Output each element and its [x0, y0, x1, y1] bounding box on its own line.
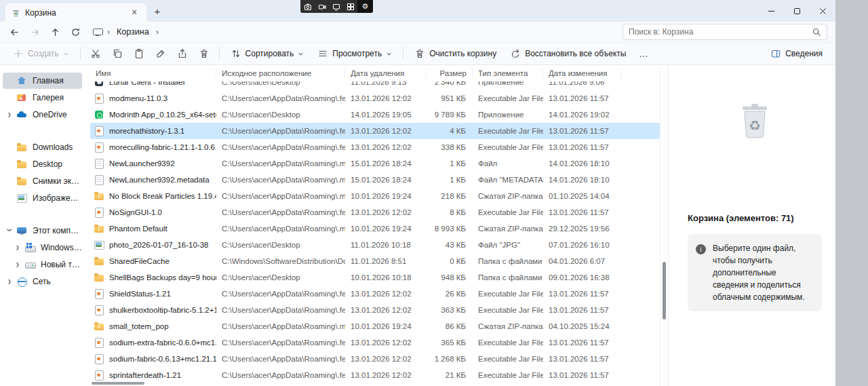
empty-bin-button[interactable]: Очистить корзину	[408, 44, 502, 63]
sidebar-item[interactable]: Главная	[3, 73, 82, 89]
file-date-deleted: 13.01.2026 12:02	[345, 208, 427, 216]
table-row[interactable]: small_totem_pop C:\Users\acer\AppData\Ro…	[90, 318, 660, 334]
file-icon	[94, 158, 104, 169]
minimize-button[interactable]	[758, 0, 784, 22]
info-text: Выберите один файл, чтобы получить допол…	[713, 242, 814, 303]
close-button[interactable]	[810, 0, 835, 22]
table-row[interactable]: photo_2026-01-07_16-10-38 C:\Users\acer\…	[90, 237, 660, 253]
tab-close-button[interactable]: ✕	[128, 7, 140, 19]
file-location: C:\Users\acer\AppData\Roaming\.feathe...	[216, 339, 345, 347]
video-camera-icon[interactable]	[315, 0, 329, 13]
file-location: C:\Users\acer\AppData\Roaming\.feathe...	[216, 127, 345, 135]
sidebar-item[interactable]: Новый том (D:)	[3, 256, 82, 273]
vertical-scrollbar[interactable]	[660, 65, 668, 386]
column-header[interactable]: Исходное расположение	[216, 69, 345, 79]
table-row[interactable]: ShellBags Backups day=9 hour=16 ... C:\U…	[90, 269, 660, 286]
file-date-modified: 13.01.2026 11:57	[543, 290, 622, 298]
table-row[interactable]: moreculling-fabric-1.21.1-1.0.6 C:\Users…	[90, 139, 660, 155]
table-row[interactable]: shulkerboxtooltip-fabric-5.1.2+1.21 C:\U…	[90, 302, 660, 318]
sidebar-item[interactable]: OneDrive	[3, 107, 82, 123]
sidebar-item[interactable]: Downloads	[3, 139, 82, 155]
sidebar-item[interactable]: Снимки экрана	[3, 173, 82, 189]
details-title: Корзина (элементов: 71)	[688, 213, 822, 223]
search-box[interactable]	[623, 24, 827, 40]
forward-button[interactable]	[24, 23, 45, 41]
vertical-scrollbar-thumb[interactable]	[663, 262, 666, 320]
sidebar-item[interactable]: Изображения	[3, 190, 82, 206]
refresh-button[interactable]	[65, 23, 85, 41]
search-input[interactable]	[629, 27, 812, 37]
table-row[interactable]: sprintafterdeath-1.21 C:\Users\acer\AppD…	[90, 367, 660, 383]
breadcrumb-location[interactable]: Корзина	[114, 26, 152, 38]
file-date-deleted: 11.01.2026 10:18	[345, 241, 427, 249]
up-button[interactable]	[45, 23, 65, 41]
windows-grid-icon[interactable]	[343, 0, 357, 13]
file-name: shulkerboxtooltip-fabric-5.1.2+1.21	[109, 306, 216, 314]
more-options-button[interactable]: …	[633, 44, 654, 63]
file-date-deleted: 11.01.2026 9:13	[345, 81, 427, 86]
breadcrumb-location-icon[interactable]	[92, 26, 103, 37]
table-row[interactable]: morechathistory-1.3.1 C:\Users\acer\AppD…	[90, 123, 660, 139]
sidebar-item-label: Desktop	[33, 159, 62, 169]
table-row[interactable]: NewLauncher9392.metadata C:\Users\acer\A…	[90, 172, 660, 188]
rename-button[interactable]	[151, 44, 171, 63]
table-row[interactable]: Lunar Client - Installer C:\Users\acer\D…	[90, 81, 660, 90]
table-row[interactable]: NoSignGUI-1.0 C:\Users\acer\AppData\Roam…	[90, 204, 660, 220]
view-button[interactable]: Просмотреть	[311, 44, 398, 63]
breadcrumb: › Корзина ›	[92, 26, 163, 38]
new-button[interactable]: Создать	[7, 44, 75, 63]
file-name-cell: sprintafterdeath-1.21	[90, 370, 216, 381]
file-type: Executable Jar File	[473, 94, 543, 102]
column-header[interactable]: Тип элемента	[473, 69, 543, 79]
cut-button[interactable]	[85, 44, 106, 63]
sidebar-item[interactable]: Галерея	[3, 90, 82, 106]
table-row[interactable]: sodium-extra-fabric-0.6.0+mc1.21.1 C:\Us…	[90, 334, 660, 351]
file-name: No Block Break Particles 1.19.4	[109, 192, 216, 200]
share-button[interactable]	[172, 44, 193, 63]
copy-button[interactable]	[107, 44, 127, 63]
column-header[interactable]: Дата удаления	[345, 69, 427, 79]
table-row[interactable]: Phantom Default C:\Users\acer\AppData\Ro…	[90, 220, 660, 237]
details-pane-button[interactable]: Сведения	[764, 44, 829, 63]
file-name: SharedFileCache	[109, 257, 170, 265]
sort-button[interactable]: Сортировать	[224, 44, 311, 63]
table-row[interactable]: ShieldStatus-1.21 C:\Users\acer\AppData\…	[90, 286, 660, 302]
file-icon	[94, 239, 104, 250]
back-button[interactable]	[4, 23, 24, 41]
breadcrumb-chevron-icon: ›	[103, 27, 114, 37]
sidebar-item[interactable]: Этот компьютер	[3, 223, 82, 239]
table-row[interactable]: SharedFileCache C:\Windows\SoftwareDistr…	[90, 253, 660, 269]
column-header[interactable]: Имя	[90, 69, 216, 79]
file-date-modified: 29.12.2025 19:56	[543, 225, 622, 233]
column-header[interactable]: Размер	[427, 69, 473, 79]
file-location: C:\Users\acer\AppData\Roaming\.feathe...	[216, 94, 345, 102]
table-row[interactable]: modmenu-11.0.3 C:\Users\acer\AppData\Roa…	[90, 90, 660, 107]
restore-all-button[interactable]: Восстановить все объекты	[504, 44, 632, 63]
screen-icon[interactable]	[329, 0, 343, 13]
file-name-cell: NewLauncher9392	[90, 158, 216, 169]
horizontal-scrollbar-thumb[interactable]	[92, 382, 144, 385]
camera-icon[interactable]	[300, 0, 315, 13]
sidebar-item[interactable]: Windows 11 (C:)	[3, 239, 82, 256]
paste-button[interactable]	[129, 44, 149, 63]
file-type: Executable Jar File	[473, 339, 543, 347]
more-icon: …	[639, 48, 649, 59]
sidebar-item[interactable]: Desktop	[3, 156, 82, 172]
file-icon	[94, 321, 104, 332]
table-row[interactable]: NewLauncher9392 C:\Users\acer\AppData\Ro…	[90, 155, 660, 172]
navigation-bar: › Корзина ›	[0, 22, 835, 42]
table-row[interactable]: sodium-fabric-0.6.13+mc1.21.1 C:\Users\a…	[90, 351, 660, 367]
explorer-tab[interactable]: ♻ Корзина ✕	[5, 3, 146, 22]
settings-gear-icon[interactable]: ⚙	[357, 0, 373, 13]
table-row[interactable]: Modrinth App_0.10.25_x64-setup C:\Users\…	[90, 107, 660, 123]
sidebar-item[interactable]: Сеть	[3, 273, 82, 290]
new-tab-button[interactable]: +	[149, 3, 165, 19]
delete-button[interactable]	[194, 44, 214, 63]
file-date-deleted: 13.01.2026 12:02	[345, 127, 427, 135]
sidebar-item-label: Главная	[33, 76, 64, 85]
file-name: NewLauncher9392.metadata	[109, 176, 210, 184]
restore-button[interactable]	[784, 0, 810, 22]
column-header[interactable]: Дата изменения	[543, 69, 622, 79]
table-row[interactable]: No Block Break Particles 1.19.4 C:\Users…	[90, 188, 660, 204]
file-name-cell: NoSignGUI-1.0	[90, 207, 216, 218]
